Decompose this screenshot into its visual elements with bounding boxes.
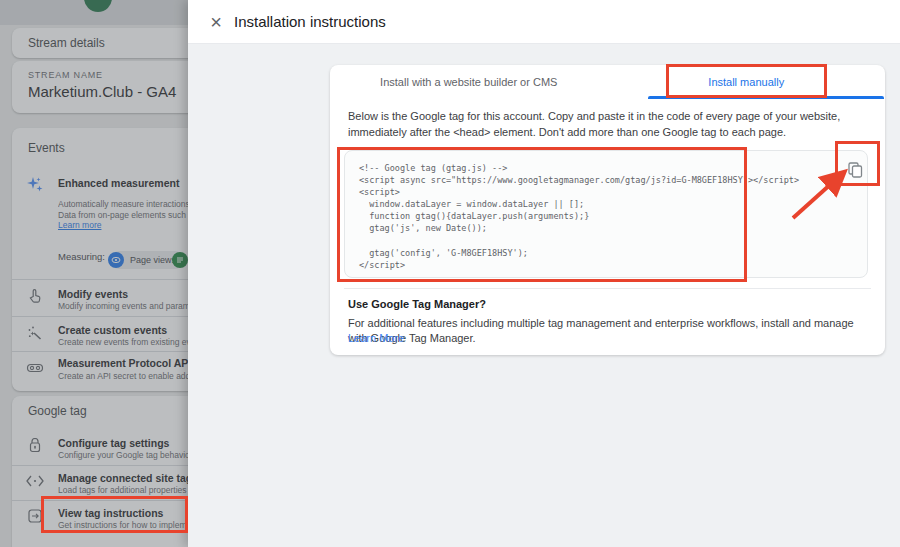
api-secrets-desc: Create an API secret to enable additio (58, 371, 188, 381)
enhanced-measurement-desc-2: Data from on-page elements such as li (58, 210, 188, 220)
enhanced-measurement-sparkle-icon (24, 174, 46, 196)
enhanced-measurement-title[interactable]: Enhanced measurement (58, 177, 188, 189)
stream-name-value: Marketium.Club - GA4 (28, 83, 176, 100)
code-line: <!-- Google tag (gtag.js) --> (359, 162, 867, 174)
stream-details-card: Stream details (12, 28, 188, 58)
gtm-heading: Use Google Tag Manager? (348, 298, 486, 310)
active-tab-indicator (648, 96, 884, 99)
copy-code-button[interactable] (842, 157, 868, 183)
page-views-chip-label: Page views (130, 255, 176, 265)
page-views-icon (108, 252, 124, 268)
create-custom-events-title[interactable]: Create custom events (58, 324, 188, 336)
copy-icon (846, 161, 864, 179)
scrolls-icon[interactable] (172, 252, 188, 268)
configure-tag-settings-desc: Configure your Google tag behavior, in (58, 450, 188, 460)
view-tag-instructions-title[interactable]: View tag instructions (58, 507, 188, 519)
modify-events-title[interactable]: Modify events (58, 288, 188, 300)
events-card: Events Enhanced measurement Automaticall… (12, 128, 188, 391)
create-custom-events-desc: Create new events from existing event (58, 337, 188, 347)
code-line: function gtag(){dataLayer.push(arguments… (359, 210, 867, 222)
view-tag-instructions-desc: Get instructions for how to implement (58, 520, 188, 530)
code-line: <script async src="https://www.googletag… (359, 174, 867, 186)
measuring-label: Measuring: (58, 251, 105, 262)
code-line: window.dataLayer = window.dataLayer || [… (359, 198, 867, 210)
google-tag-code-block[interactable]: <!-- Google tag (gtag.js) --> <script as… (344, 150, 868, 278)
install-intro-text: Below is the Google tag for this account… (348, 108, 870, 140)
code-line: </script> (359, 259, 867, 271)
code-line: <script> (359, 186, 867, 198)
close-icon[interactable]: × (202, 8, 230, 36)
panel-title: Installation instructions (234, 13, 386, 30)
create-custom-events-icon (24, 321, 46, 343)
manage-connected-site-tags-title[interactable]: Manage connected site tags (58, 472, 188, 484)
section-divider (344, 288, 871, 289)
panel-header: × Installation instructions (188, 0, 900, 44)
code-line (359, 235, 867, 247)
modify-events-icon (24, 285, 46, 307)
app-header-strip (0, 0, 188, 25)
modify-events-desc: Modify incoming events and paramete (58, 301, 188, 311)
configure-tag-settings-title[interactable]: Configure tag settings (58, 437, 188, 449)
stream-details-header: Stream details (28, 36, 105, 50)
enhanced-learn-more-link[interactable]: Learn more (58, 220, 101, 230)
api-secrets-icon (24, 357, 46, 379)
gtm-body-text: For additional features including multip… (348, 316, 873, 346)
google-tag-card: Google tag Configure tag settings Config… (12, 396, 188, 547)
stream-name-label: STREAM NAME (28, 70, 103, 80)
events-header: Events (28, 141, 65, 155)
view-tag-instructions-icon (24, 505, 46, 527)
code-line: gtag('js', new Date()); (359, 222, 867, 234)
google-tag-header: Google tag (28, 404, 87, 418)
code-line: gtag('config', 'G-M8GEF18HSY'); (359, 247, 867, 259)
stream-details-sidebar: Stream details STREAM NAME Marketium.Clu… (0, 0, 188, 547)
manage-connected-site-tags-icon (24, 470, 46, 492)
ga4-install-instructions-screen: Stream details STREAM NAME Marketium.Clu… (0, 0, 900, 547)
configure-tag-settings-icon (24, 435, 46, 457)
install-card: Install with a website builder or CMS In… (330, 65, 885, 355)
tab-install-cms[interactable]: Install with a website builder or CMS (330, 65, 608, 98)
stream-avatar (84, 0, 112, 12)
manage-connected-site-tags-desc: Load tags for additional properties or (58, 485, 188, 495)
gtm-learn-more-link[interactable]: Learn More (348, 332, 404, 344)
api-secrets-title[interactable]: Measurement Protocol API secre (58, 357, 188, 369)
enhanced-measurement-desc-1: Automatically measure interactions ar (58, 199, 188, 209)
install-tabs: Install with a website builder or CMS In… (330, 65, 885, 98)
installation-instructions-panel: × Installation instructions Install with… (188, 0, 900, 547)
tab-install-manually[interactable]: Install manually (608, 65, 886, 98)
stream-name-card[interactable]: STREAM NAME Marketium.Club - GA4 (12, 61, 188, 113)
